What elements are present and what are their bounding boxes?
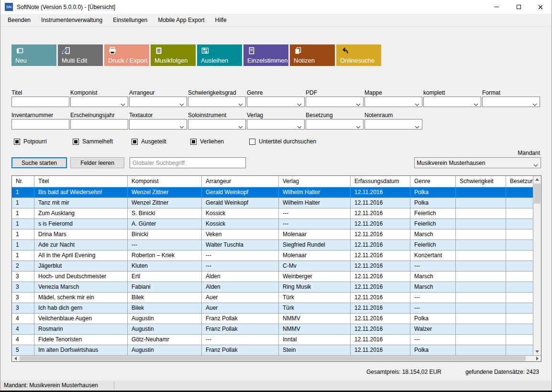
scroll-left-button[interactable] [12,356,19,361]
table-row[interactable]: 3Ich hab dich gernBilekAuerTürk12.11.201… [12,303,533,314]
column-header-verlag[interactable]: Verlag [279,176,351,187]
table-row[interactable]: 3Venezia MarschFabianiAldenRing Musik12.… [12,282,533,293]
horizontal-scroll-thumb[interactable] [20,356,526,361]
column-header-komponist[interactable]: Komponist [128,176,202,187]
menu-item-hilfe[interactable]: Hilfe [210,14,232,26]
column-header-nr-[interactable]: Nr. [12,176,34,187]
checkbox-label-ausgeteilt: Ausgeteilt [141,138,166,145]
column-header-genre[interactable]: Genre [410,176,456,187]
found-records: gefundene Datensätze: 2423 [465,369,539,375]
table-cell: Inntal [279,335,351,345]
toolbar-button-musikfolgen[interactable]: Musikfolgen [151,44,196,66]
filter-select-genre[interactable] [247,97,305,107]
horizontal-scrollbar[interactable] [12,355,541,361]
column-header-erfassungsdatum[interactable]: Erfassungsdatum [351,176,410,187]
global-search-input[interactable] [130,157,246,168]
table-row[interactable]: 1Bis bald auf Wiedersehn!Wenzel ZittnerG… [12,187,533,198]
table-cell: 4 [12,335,34,345]
scroll-up-button[interactable] [533,176,541,183]
menu-item-instrumentenverwaltung[interactable]: Instrumentenverwaltung [36,14,108,26]
maximize-button[interactable] [508,0,530,14]
close-button[interactable] [530,0,552,14]
total-price: Gesamtpreis: 18.154,02 EUR [366,369,442,375]
chevron-down-icon [415,123,420,130]
filter-select-besetzung[interactable] [306,119,364,130]
table-row[interactable]: 2JägerblutKluten---C-Mv12.11.2016--- [12,261,533,272]
checkbox-box-untertitel-durchsuchen[interactable] [249,139,255,145]
table-cell [456,208,506,218]
table-cell: 4 [12,314,34,324]
table-row[interactable]: 1Zum AusklangS. BinickiKossick---12.11.2… [12,208,533,219]
table-row[interactable]: 1s is FeieromdA. GünterKossick---12.11.2… [12,219,533,229]
filter-select-notenraum[interactable] [364,119,422,130]
table-cell: 1 [12,198,34,208]
menu-item-mobile-app-export[interactable]: Mobile App Export [153,14,210,26]
checkbox-potpourri[interactable]: Potpourri [14,138,47,145]
filter-select-mappe[interactable] [364,97,422,107]
table-cell: --- [279,208,351,218]
filter-label-notenraum: Notenraum [364,112,422,119]
menu-item-einstellungen[interactable]: Einstellungen [108,14,153,26]
filter-select-schwierigkeitsgrad[interactable] [188,97,246,107]
filter-select-komplett[interactable] [423,97,481,107]
checkbox-box-verliehen[interactable] [190,139,197,145]
table-cell: Bilek [128,303,202,313]
close-icon [538,5,543,10]
scroll-right-button[interactable] [534,356,541,361]
table-row[interactable]: 1All in the April EveningRoberton – Krie… [12,250,533,261]
checkbox-ausgeteilt[interactable]: Ausgeteilt [132,138,166,145]
toolbar-button-multi-edit[interactable]: Multi Edit [58,44,103,66]
table-row[interactable]: 4Fidele TenoristenGötz-Neuhamr---Inntal1… [12,335,533,345]
start-search-button[interactable]: Suche starten [11,157,67,168]
column-header-arrangeur[interactable]: Arrangeur [202,176,279,187]
checkbox-verliehen[interactable]: Verliehen [190,138,224,145]
filter-select-soloinstrument[interactable] [188,119,246,130]
minimize-button[interactable] [486,0,508,14]
filter-input-erscheinungsjahr[interactable] [70,119,128,130]
table-row[interactable]: 1Tanz mit mirWenzel ZittnerGerald Weinko… [12,198,533,208]
table-cell: Polka [410,198,456,208]
table-row[interactable]: 3Hoch- und DeutschmeisterErtlAldenWeinbe… [12,272,533,282]
table-header-row: Nr.TitelKomponistArrangeurVerlagErfassun… [12,176,533,187]
new-icon [15,46,24,57]
maximize-icon [517,5,521,9]
filter-select-format[interactable] [482,97,540,107]
mandant-value: Musikverein Musterhausen [417,160,539,166]
toolbar-button-onlinesuche[interactable]: Onlinesuche [336,44,381,66]
table-row[interactable]: 1Ade zur Nacht---Walter TuschlaSiegfried… [12,240,533,250]
checkbox-box-ausgeteilt[interactable] [132,139,138,145]
checkbox-sammelheft[interactable]: Sammelheft [73,138,113,145]
table-row[interactable]: 4Veilchenblaue AugenAugustinFranz Pollak… [12,314,533,324]
toolbar-button-label: Notizen [294,57,315,64]
checkbox-untertitel-durchsuchen[interactable]: Untertitel durchsuchen [249,138,316,145]
filter-input-titel[interactable] [11,97,69,107]
filter-select-komponist[interactable] [70,97,128,107]
table-row[interactable]: 5Im alten DorfswirtshausAugustinFranz Po… [12,345,533,356]
toolbar-button-neu[interactable]: Neu [11,44,56,66]
table-cell [456,229,506,240]
checkbox-box-sammelheft[interactable] [73,139,79,145]
column-header-titel[interactable]: Titel [34,176,128,187]
vertical-scroll-thumb[interactable] [534,184,541,204]
toolbar-button-ausleihen[interactable]: Ausleihen [197,44,242,66]
filter-select-arrangeur[interactable] [129,97,187,107]
mandant-select[interactable]: Musikverein Musterhausen [414,157,541,168]
table-cell [456,324,506,334]
filter-input-inventarnummer[interactable] [11,119,69,130]
vertical-scrollbar[interactable] [533,176,541,355]
table-row[interactable]: 3Mädel, schenk mir einBilekAuerTürk12.11… [12,293,533,303]
table-row[interactable]: 4RosmarinAugustinFranz PollakNMMV12.11.2… [12,324,533,335]
toolbar-button-druck-export[interactable]: Druck / Export [104,44,149,66]
checkbox-box-potpourri[interactable] [14,139,20,145]
column-header-besetzung[interactable]: Besetzung [506,176,533,187]
column-header-schwierigkeit[interactable]: Schwierigkeit [456,176,506,187]
clear-fields-button[interactable]: Felder leeren [70,157,124,168]
scroll-down-button[interactable] [533,348,541,355]
toolbar-button-notizen[interactable]: Notizen [290,44,335,66]
toolbar-button-einzelstimmen[interactable]: Einzelstimmen [243,44,288,66]
filter-select-pdf[interactable] [306,97,364,107]
filter-select-textautor[interactable] [129,119,187,130]
menu-item-beenden[interactable]: Beenden [2,14,36,26]
table-row[interactable]: 1Drina MarsBinickiVekenMolenaar12.11.201… [12,229,533,240]
filter-select-verlag[interactable] [247,119,305,130]
